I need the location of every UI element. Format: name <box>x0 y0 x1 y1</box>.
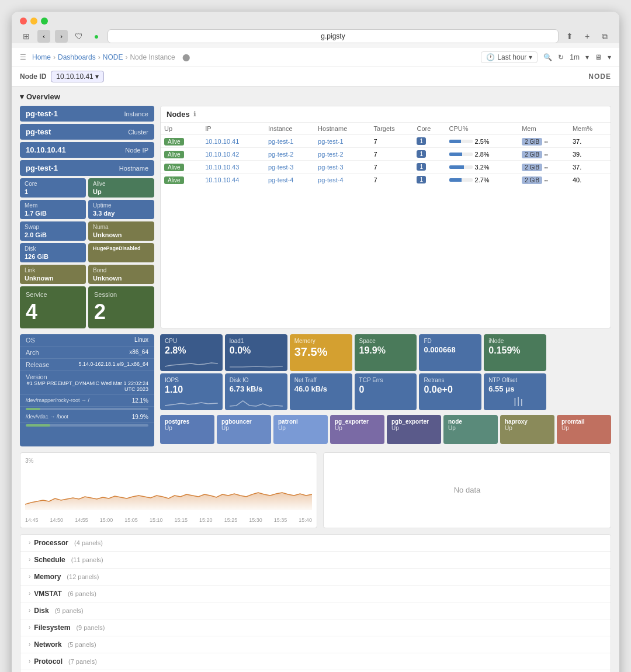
maximize-button[interactable] <box>41 18 48 25</box>
node-ip-card: 10.10.10.41 Node IP <box>20 142 154 158</box>
service-tile: postgresUp <box>160 415 214 444</box>
refresh-icon[interactable]: ↻ <box>558 53 564 61</box>
table-row: Alive 10.10.10.44 pg-test-4 pg-test-4 7 … <box>161 174 611 186</box>
iops-tile: IOPS 1.10 <box>160 373 223 410</box>
shield-icon: 🛡 <box>72 30 85 43</box>
memory-tile: Memory 37.5% <box>290 334 352 371</box>
node-id-bar: Node ID 10.10.10.41 ▾ NODE <box>12 67 619 86</box>
url-bar[interactable]: g.pigsty <box>108 29 559 43</box>
section-vmstat[interactable]: › VMSTAT (6 panels) <box>20 586 611 602</box>
node-link[interactable]: NODE <box>103 53 123 61</box>
more-icon[interactable]: ▾ <box>608 53 611 61</box>
inode-tile: iNode 0.159% <box>484 334 546 371</box>
no-data-label: No data <box>454 486 481 494</box>
zoom-icon[interactable]: 🔍 <box>543 53 552 61</box>
collapse-sections: › Processor (4 panels) › Schedule (11 pa… <box>20 534 611 672</box>
node-instance-label: Node Instance <box>130 53 175 61</box>
interval-label: 1m <box>570 53 580 61</box>
section-misc[interactable]: › Misc (6 panels) <box>20 670 611 672</box>
bond-info: Bond Unknown <box>88 265 154 284</box>
col-mempct: Mem% <box>569 123 611 135</box>
nav-controls: 🕐 Last hour ▾ 🔍 ↻ 1m ▾ 🖥 ▾ <box>481 51 611 63</box>
section-processor[interactable]: › Processor (4 panels) <box>20 535 611 552</box>
share-icon[interactable]: ⬆ <box>563 30 576 43</box>
sidebar-toggle-icon[interactable]: ⊞ <box>20 30 33 43</box>
nodes-table: Up IP Instance Hostname Targets Core CPU… <box>161 123 611 186</box>
fd-tile: FD 0.000668 <box>419 334 481 371</box>
cluster-label: Cluster <box>128 129 148 136</box>
dashboards-link[interactable]: Dashboards <box>58 53 96 61</box>
instance-card: pg-test-1 Instance <box>20 106 154 122</box>
share-icon-nav[interactable]: ⬤ <box>182 53 190 61</box>
sys-info-panel: OSLinux Archx86_64 Release5.14.0-162.18.… <box>20 334 154 446</box>
chevron-down-icon-2[interactable]: ▾ <box>585 53 589 61</box>
overview-title: Overview <box>26 92 60 101</box>
service-tile: pgbouncerUp <box>217 415 271 444</box>
section-filesystem[interactable]: › Filesystem (9 panels) <box>20 619 611 636</box>
close-button[interactable] <box>20 18 27 25</box>
section-protocol[interactable]: › Protocol (7 panels) <box>20 653 611 670</box>
alive-info: Alive Up <box>88 178 154 198</box>
mem-info: Mem 1.7 GiB <box>20 200 86 219</box>
hugepage-info: HugePageDisabled <box>88 243 154 262</box>
instance-value: pg-test-1 <box>26 109 58 118</box>
col-instance: Instance <box>265 123 314 135</box>
col-mem: Mem <box>518 123 569 135</box>
cpu-chart: 3% 14:4514:5014:5515:0015:05 <box>20 452 317 528</box>
core-info: Core 1 <box>20 178 86 198</box>
home-link[interactable]: Home <box>32 53 51 61</box>
chart-svg <box>25 466 312 513</box>
retrans-tile: Retrans 0.0e+0 <box>419 373 481 410</box>
tcp-errs-tile: TCP Errs 0 <box>355 373 417 410</box>
service-tile: pg_exporterUp <box>330 415 384 444</box>
node-ip-value: 10.10.10.41 <box>26 146 66 154</box>
windows-icon[interactable]: ⧉ <box>598 30 611 43</box>
space-tile: Space 19.9% <box>355 334 417 371</box>
hostname-value: pg-test-1 <box>26 164 58 172</box>
col-up: Up <box>161 123 202 135</box>
forward-button[interactable]: › <box>55 30 68 43</box>
service-tile: pgb_exporterUp <box>387 415 441 444</box>
section-schedule[interactable]: › Schedule (11 panels) <box>20 552 611 569</box>
nodes-title: Nodes <box>167 110 190 119</box>
hamburger-icon[interactable]: ☰ <box>20 53 26 61</box>
node-ip-label: Node IP <box>125 147 148 154</box>
service-tile: promtailUp <box>557 415 611 444</box>
load1-tile: load1 0.0% <box>225 334 287 371</box>
table-row: Alive 10.10.10.43 pg-test-3 pg-test-3 7 … <box>161 161 611 174</box>
col-hostname: Hostname <box>314 123 370 135</box>
service-tile: haproxyUp <box>500 415 554 444</box>
section-network[interactable]: › Network (5 panels) <box>20 636 611 653</box>
col-ip: IP <box>202 123 265 135</box>
info-icon: ℹ <box>193 110 196 118</box>
net-traff-tile: Net Traff 46.0 kB/s <box>290 373 352 410</box>
service-tile: patroniUp <box>273 415 328 444</box>
overview-header: ▾ Overview <box>20 92 611 101</box>
link-info: Link Unknown <box>20 265 86 284</box>
chart-x-labels: 14:4514:5014:5515:0015:05 15:1015:1515:2… <box>25 517 312 523</box>
time-range-button[interactable]: 🕐 Last hour ▾ <box>481 51 538 63</box>
nodes-panel: Nodes ℹ Up IP Instance Hostname Targets … <box>160 106 611 328</box>
minimize-button[interactable] <box>30 18 37 25</box>
node-section-label: NODE <box>588 72 611 81</box>
service-box: Service 4 <box>20 286 86 328</box>
back-button[interactable]: ‹ <box>37 30 50 43</box>
table-row: Alive 10.10.10.42 pg-test-2 pg-test-2 7 … <box>161 148 611 161</box>
new-tab-icon[interactable]: + <box>581 30 594 43</box>
disk-info: Disk 126 GiB <box>20 243 86 262</box>
clock-icon: 🕐 <box>486 53 495 61</box>
col-cpu: CPU% <box>446 123 519 135</box>
col-core: Core <box>413 123 445 135</box>
col-targets: Targets <box>370 123 414 135</box>
instance-label: Instance <box>124 110 148 117</box>
cluster-value: pg-test <box>26 127 51 136</box>
section-disk[interactable]: › Disk (9 panels) <box>20 602 611 619</box>
section-memory[interactable]: › Memory (12 panels) <box>20 569 611 586</box>
node-id-selector[interactable]: 10.10.10.41 ▾ <box>51 71 104 82</box>
ntp-offset-tile: NTP Offset 6.55 μs <box>484 373 546 410</box>
session-box: Session 2 <box>88 286 154 328</box>
monitor-icon[interactable]: 🖥 <box>595 53 602 61</box>
disk-io-tile: Disk IO 6.73 kB/s <box>225 373 287 410</box>
no-data-panel: No data <box>323 452 611 528</box>
hostname-label: Hostname <box>119 165 148 172</box>
